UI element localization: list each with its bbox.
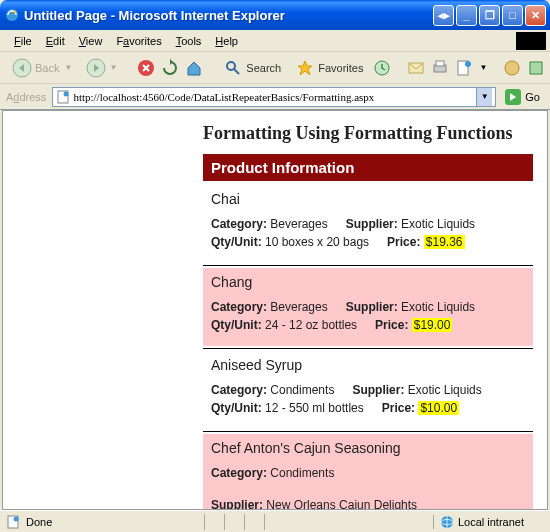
page-icon <box>56 90 70 104</box>
intranet-icon <box>440 515 454 529</box>
section-header: Product Information <box>203 154 533 181</box>
product-item: ChangCategory: BeveragesSupplier: Exotic… <box>203 268 533 346</box>
zone-label: Local intranet <box>458 516 524 528</box>
category-field: Category: Beverages <box>211 217 328 231</box>
price-field: Price: $10.00 <box>382 401 459 415</box>
address-bar: Address ▼ Go <box>0 84 550 110</box>
stop-icon[interactable] <box>137 58 155 78</box>
search-icon <box>223 58 243 78</box>
research-icon[interactable] <box>527 58 545 78</box>
mail-icon[interactable] <box>407 58 425 78</box>
svg-point-12 <box>465 61 471 67</box>
discuss-icon[interactable] <box>503 58 521 78</box>
svg-point-17 <box>64 91 69 96</box>
product-name: Chang <box>211 274 525 290</box>
url-dropdown[interactable]: ▼ <box>476 88 492 106</box>
forward-button[interactable]: ▼ <box>82 56 121 80</box>
home-icon[interactable] <box>185 58 203 78</box>
close-button[interactable]: ✕ <box>525 5 546 26</box>
price-field: Price: $19.36 <box>387 235 464 249</box>
qty-field: Qty/Unit: 24 - 12 oz bottles <box>211 318 357 332</box>
supplier-field: Supplier: Exotic Liquids <box>346 217 475 231</box>
product-item: ChaiCategory: BeveragesSupplier: Exotic … <box>203 185 533 263</box>
history-icon[interactable] <box>373 58 391 78</box>
chevron-down-icon[interactable]: ▼ <box>479 63 487 72</box>
maximize-button[interactable]: □ <box>502 5 523 26</box>
window-controls: ◂▸ _ ❐ □ ✕ <box>433 5 546 26</box>
menu-view[interactable]: View <box>73 33 109 49</box>
go-icon <box>504 88 522 106</box>
product-name: Chef Anton's Cajun Seasoning <box>211 440 525 456</box>
status-bar: Done Local intranet <box>0 510 550 532</box>
divider <box>203 265 533 266</box>
favorites-label: Favorites <box>318 62 363 74</box>
svg-rect-14 <box>530 62 542 74</box>
divider <box>203 348 533 349</box>
ie-brand-logo <box>516 32 546 50</box>
svg-line-6 <box>234 69 239 74</box>
svg-point-5 <box>227 62 235 70</box>
menu-favorites[interactable]: Favorites <box>110 33 167 49</box>
supplier-field: Supplier: New Orleans Cajun Delights <box>211 498 417 510</box>
qty-field: Qty/Unit: 10 boxes x 20 bags <box>211 235 369 249</box>
address-label: Address <box>6 91 46 103</box>
menu-tools[interactable]: Tools <box>170 33 208 49</box>
back-label: Back <box>35 62 59 74</box>
favorites-button[interactable]: Favorites <box>291 56 367 80</box>
url-field[interactable]: ▼ <box>52 87 496 107</box>
chevron-down-icon: ▼ <box>64 63 72 72</box>
star-icon <box>295 58 315 78</box>
reverse-button[interactable]: ◂▸ <box>433 5 454 26</box>
category-field: Category: Condiments <box>211 466 334 480</box>
restore-button[interactable]: ❐ <box>479 5 500 26</box>
edit-icon[interactable] <box>455 58 473 78</box>
menu-bar: File Edit View Favorites Tools Help <box>0 30 550 52</box>
page-status-icon <box>6 515 20 529</box>
divider <box>203 431 533 432</box>
product-name: Chai <box>211 191 525 207</box>
window-titlebar: Untitled Page - Microsoft Internet Explo… <box>0 0 550 30</box>
minimize-button[interactable]: _ <box>456 5 477 26</box>
url-input[interactable] <box>73 91 476 103</box>
svg-point-1 <box>14 11 17 14</box>
svg-point-13 <box>505 61 519 75</box>
go-label: Go <box>525 91 540 103</box>
product-item: Aniseed SyrupCategory: CondimentsSupplie… <box>203 351 533 429</box>
supplier-field: Supplier: Exotic Liquids <box>346 300 475 314</box>
browser-viewport[interactable]: Formatting Using Formatting Functions Pr… <box>2 110 548 510</box>
security-zone: Local intranet <box>433 515 544 529</box>
back-button[interactable]: Back ▼ <box>8 56 76 80</box>
menu-edit[interactable]: Edit <box>40 33 71 49</box>
price-field: Price: $19.00 <box>375 318 452 332</box>
qty-field: Qty/Unit: 12 - 550 ml bottles <box>211 401 364 415</box>
svg-point-20 <box>14 516 19 521</box>
search-button[interactable]: Search <box>219 56 285 80</box>
search-label: Search <box>246 62 281 74</box>
back-icon <box>12 58 32 78</box>
chevron-down-icon: ▼ <box>109 63 117 72</box>
refresh-icon[interactable] <box>161 58 179 78</box>
product-item: Chef Anton's Cajun SeasoningCategory: Co… <box>203 434 533 510</box>
menu-file[interactable]: File <box>8 33 38 49</box>
category-field: Category: Beverages <box>211 300 328 314</box>
window-title: Untitled Page - Microsoft Internet Explo… <box>24 8 433 23</box>
toolbar: Back ▼ ▼ Search Favorites ▼ <box>0 52 550 84</box>
page-heading: Formatting Using Formatting Functions <box>203 123 533 144</box>
ie-icon <box>4 7 20 23</box>
forward-icon <box>86 58 106 78</box>
status-segments <box>204 514 282 530</box>
print-icon[interactable] <box>431 58 449 78</box>
menu-help[interactable]: Help <box>209 33 244 49</box>
product-name: Aniseed Syrup <box>211 357 525 373</box>
go-button[interactable]: Go <box>500 86 544 108</box>
svg-rect-10 <box>436 61 444 66</box>
category-field: Category: Condiments <box>211 383 334 397</box>
status-text: Done <box>26 516 52 528</box>
supplier-field: Supplier: Exotic Liquids <box>352 383 481 397</box>
